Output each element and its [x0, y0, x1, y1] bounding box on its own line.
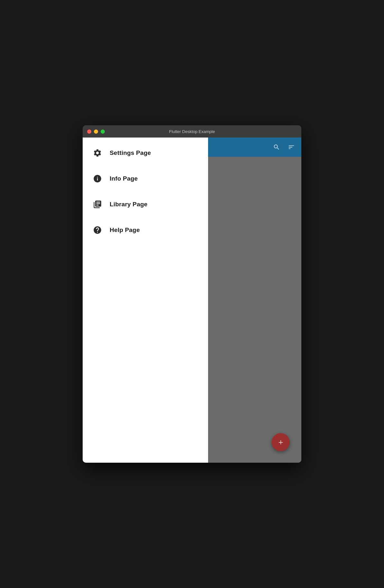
- maximize-button[interactable]: [101, 129, 105, 134]
- sidebar-item-help[interactable]: Help Page: [83, 217, 208, 243]
- library-label: Library Page: [110, 201, 148, 208]
- library-icon: [92, 199, 103, 210]
- add-button[interactable]: +: [272, 433, 290, 451]
- main-content: +: [208, 138, 301, 463]
- top-bar: [208, 138, 301, 157]
- close-button[interactable]: [87, 129, 91, 134]
- window-body: Settings Page Info Page Library Pa: [83, 138, 301, 463]
- sidebar-item-library[interactable]: Library Page: [83, 192, 208, 217]
- window-controls: [87, 129, 105, 134]
- filter-icon[interactable]: [288, 144, 295, 151]
- minimize-button[interactable]: [94, 129, 98, 134]
- sidebar-item-info[interactable]: Info Page: [83, 166, 208, 192]
- add-icon: +: [278, 438, 283, 446]
- help-icon: [92, 224, 103, 236]
- search-icon[interactable]: [273, 144, 280, 151]
- sidebar: Settings Page Info Page Library Pa: [83, 138, 208, 463]
- gear-icon: [92, 147, 103, 159]
- title-bar: Flutter Desktop Example: [83, 125, 301, 138]
- sidebar-item-settings[interactable]: Settings Page: [83, 140, 208, 166]
- content-area: [208, 157, 301, 463]
- info-icon: [92, 173, 103, 184]
- settings-label: Settings Page: [110, 149, 151, 156]
- app-window: Flutter Desktop Example Settings Page: [83, 125, 301, 463]
- window-title: Flutter Desktop Example: [169, 129, 215, 134]
- info-label: Info Page: [110, 175, 138, 182]
- help-label: Help Page: [110, 227, 140, 234]
